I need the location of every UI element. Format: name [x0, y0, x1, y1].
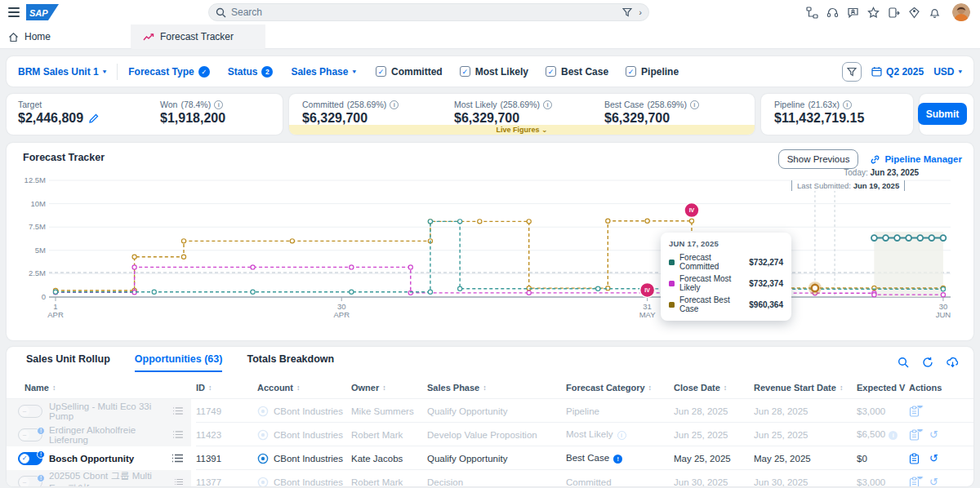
- checkbox-most-likely[interactable]: ✓Most Likely: [460, 66, 528, 78]
- table-row[interactable]: – ! Erdinger Alkoholfreie Lieferung 1142…: [7, 422, 973, 446]
- table-tabs: Sales Unit Rollup Opportunities (63) Tot…: [7, 347, 973, 372]
- col-forecast-category[interactable]: Forecast Category↕: [566, 383, 674, 393]
- tab-forecast-tracker[interactable]: Forecast Tracker: [131, 24, 265, 49]
- col-account[interactable]: Account↕: [257, 383, 351, 393]
- col-id[interactable]: ID↕: [196, 383, 257, 393]
- live-figures-toggle[interactable]: Live Figures ⌄: [289, 125, 755, 135]
- close-date-cell: May 25, 2025: [674, 454, 754, 464]
- tab-sales-unit-rollup[interactable]: Sales Unit Rollup: [26, 353, 110, 372]
- col-revenue-start-date[interactable]: Revenue Start Date↕: [754, 383, 857, 393]
- row-toggle[interactable]: – !: [18, 428, 42, 441]
- owner-cell: Robert Mark: [351, 477, 427, 487]
- forecast-chart[interactable]: 02.5M5M7.5M10M12.5M1APR30APR31MAY30JUNIV…: [7, 167, 973, 335]
- info-icon[interactable]: i: [543, 100, 552, 109]
- row-toggle[interactable]: – !: [18, 476, 42, 487]
- opportunity-name[interactable]: UpSelling - Multi Eco 33i Pump: [49, 401, 167, 421]
- info-icon[interactable]: i: [390, 100, 399, 109]
- table-search-icon[interactable]: [898, 357, 909, 371]
- tag-icon[interactable]: [907, 6, 920, 19]
- checkbox-pipeline[interactable]: ✓Pipeline: [626, 66, 679, 78]
- info-icon[interactable]: i: [214, 100, 223, 109]
- table-export-icon[interactable]: [947, 357, 959, 371]
- row-menu-icon[interactable]: [172, 454, 183, 463]
- status-filter[interactable]: Status 2: [228, 66, 274, 78]
- row-menu-icon[interactable]: [173, 406, 183, 415]
- search-input[interactable]: Search ›: [208, 3, 649, 21]
- pipeline-manager-link[interactable]: Pipeline Manager: [870, 154, 962, 165]
- feedback-icon[interactable]: [846, 6, 859, 19]
- opportunity-name[interactable]: Erdinger Alkoholfreie Lieferung: [49, 425, 167, 445]
- row-toggle[interactable]: –: [18, 405, 42, 418]
- tab-home[interactable]: Home: [8, 24, 51, 49]
- col-name[interactable]: Name↕: [7, 383, 196, 393]
- table-refresh-icon[interactable]: [922, 357, 933, 371]
- last-submitted-label: Last Submitted: Jun 19, 2025: [791, 180, 905, 191]
- svg-text:12.5M: 12.5M: [24, 175, 46, 184]
- planning-action-icon[interactable]: [909, 453, 920, 464]
- tab-totals-breakdown[interactable]: Totals Breakdown: [247, 353, 334, 372]
- svg-text:7.5M: 7.5M: [29, 222, 46, 231]
- notifications-bell-icon[interactable]: [928, 6, 941, 19]
- search-expand-icon[interactable]: ›: [639, 7, 642, 17]
- tab-opportunities[interactable]: Opportunities (63): [135, 353, 223, 372]
- revenue-start-date-cell: Jun 30, 2025: [754, 477, 857, 487]
- period-select[interactable]: Q2 2025: [871, 66, 924, 78]
- table-row[interactable]: ✓ ! Bosch Opportunity 11391 CBont Indust…: [7, 446, 973, 469]
- org-flow-icon[interactable]: [805, 6, 818, 19]
- account-cell[interactable]: CBont Industries: [257, 429, 351, 441]
- forecast-type-filter[interactable]: Forecast Type ✓: [128, 66, 209, 78]
- search-filter-icon[interactable]: [622, 7, 632, 17]
- page-content: BRM Sales Unit 1▾ Forecast Type ✓ Status…: [0, 50, 980, 488]
- menu-icon[interactable]: [8, 7, 20, 17]
- headset-icon[interactable]: [826, 6, 839, 19]
- undo-action-icon[interactable]: ↺: [929, 477, 938, 486]
- sales-phase-select[interactable]: Sales Phase▾: [291, 66, 356, 78]
- undo-action-icon[interactable]: ↺: [929, 429, 938, 440]
- account-cell[interactable]: CBont Industries: [257, 453, 351, 464]
- info-icon[interactable]: i: [617, 431, 626, 440]
- action-badge: [916, 429, 924, 433]
- checkbox-committed[interactable]: ✓Committed: [376, 66, 443, 78]
- planning-action-icon[interactable]: [909, 406, 920, 417]
- row-menu-icon[interactable]: [173, 430, 183, 439]
- info-icon[interactable]: !: [613, 455, 622, 464]
- info-icon[interactable]: i: [889, 431, 898, 440]
- table-body: – UpSelling - Multi Eco 33i Pump 11749 C…: [7, 398, 973, 486]
- account-cell[interactable]: CBont Industries: [257, 406, 351, 417]
- user-avatar[interactable]: [952, 3, 970, 21]
- planning-action-icon[interactable]: [909, 429, 920, 441]
- checkbox-best-case[interactable]: ✓Best Case: [546, 66, 608, 78]
- account-cell[interactable]: CBont Industries: [257, 477, 351, 487]
- submit-button[interactable]: Submit: [918, 103, 967, 125]
- col-expected-value[interactable]: Expected V: [857, 383, 909, 393]
- revenue-start-date-cell: Jun 28, 2025: [754, 406, 857, 416]
- row-menu-icon[interactable]: [175, 477, 183, 486]
- col-sales-phase[interactable]: Sales Phase↕: [427, 383, 566, 393]
- sort-icon: ↕: [724, 384, 728, 392]
- planning-action-icon[interactable]: [909, 477, 920, 487]
- forecast-category-cell: Best Case!: [566, 453, 674, 464]
- currency-select[interactable]: USD▾: [933, 66, 962, 78]
- sales-unit-select[interactable]: BRM Sales Unit 1▾: [18, 66, 106, 78]
- opportunity-name[interactable]: 202505 Cbont 그룹 Multi Eco 파이[...: [49, 470, 168, 487]
- table-row[interactable]: – ! 202505 Cbont 그룹 Multi Eco 파이[... 113…: [7, 469, 973, 486]
- adapt-filters-button[interactable]: [842, 62, 862, 82]
- search-icon: [216, 7, 226, 18]
- revenue-start-date-cell: Jun 25, 2025: [754, 430, 857, 440]
- table-row[interactable]: – UpSelling - Multi Eco 33i Pump 11749 C…: [7, 398, 973, 422]
- col-close-date[interactable]: Close Date↕: [674, 383, 754, 393]
- edit-pencil-icon[interactable]: [88, 113, 99, 124]
- show-previous-button[interactable]: Show Previous: [778, 149, 859, 169]
- undo-action-icon[interactable]: ↺: [929, 453, 938, 464]
- info-icon[interactable]: i: [843, 100, 852, 109]
- col-owner[interactable]: Owner↕: [351, 383, 427, 393]
- opportunity-name[interactable]: Bosch Opportunity: [49, 454, 134, 464]
- action-badge: [916, 477, 924, 480]
- row-toggle[interactable]: ✓ !: [18, 452, 42, 465]
- share-device-icon[interactable]: [887, 6, 900, 19]
- toggle-alert-badge: !: [37, 427, 45, 435]
- shell-bar: SAP Search ›: [0, 0, 980, 24]
- sort-icon: ↕: [382, 384, 386, 392]
- favorites-star-icon[interactable]: [866, 6, 880, 19]
- info-icon[interactable]: i: [690, 100, 699, 109]
